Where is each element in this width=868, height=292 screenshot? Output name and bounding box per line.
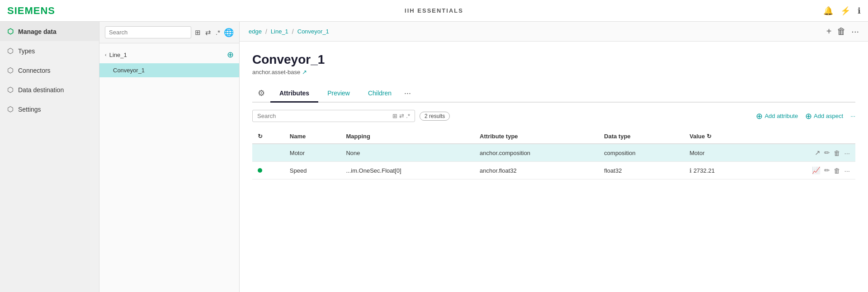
tree-search-bar: ⊞ ⇄ .* 🌐 [99, 22, 239, 43]
col-sync: ↻ [252, 129, 284, 144]
col-mapping: Mapping [340, 129, 474, 144]
tree-node-line1[interactable]: ‹ Line_1 ⊕ [99, 46, 239, 63]
siemens-logo: SIEMENS [7, 5, 55, 17]
delete-speed-button[interactable]: 🗑 [834, 167, 840, 174]
tab-preview[interactable]: Preview [318, 85, 359, 103]
sidebar-item-manage-data[interactable]: ⬡ Manage data [0, 22, 99, 41]
value-speed-text: 2732.21 [693, 167, 715, 174]
table-header-row: ↻ Name Mapping Attribute type Data type [252, 129, 855, 144]
tab-children[interactable]: Children [359, 85, 401, 103]
edit-motor-button[interactable]: ✏ [824, 149, 830, 157]
asset-title: Conveyor_1 [252, 52, 855, 67]
delete-motor-button[interactable]: 🗑 [834, 149, 840, 157]
sidebar-item-label-types: Types [18, 47, 35, 55]
sidebar-item-data-destination[interactable]: ⬡ Data destination [0, 80, 99, 99]
add-attribute-plus-icon: ⊕ [756, 111, 763, 121]
notification-icon[interactable]: 🔔 [823, 6, 833, 16]
tree-panel: ⊞ ⇄ .* 🌐 ‹ Line_1 ⊕ Conveyor_1 [99, 22, 240, 292]
sidebar: ⬡ Manage data ⬡ Types ⬡ Connectors ⬡ Dat… [0, 22, 99, 292]
col-actions [757, 129, 855, 144]
sidebar-item-connectors[interactable]: ⬡ Connectors [0, 61, 99, 80]
globe-icon[interactable]: 🌐 [224, 28, 234, 38]
tree-node-label-line1: Line_1 [109, 52, 127, 58]
data-destination-icon: ⬡ [7, 85, 14, 94]
sidebar-item-label-manage-data: Manage data [18, 28, 57, 35]
attr-search-wrap: ⊞ ⇄ .* [252, 110, 415, 122]
attributes-search-bar: ⊞ ⇄ .* 2 results ⊕ Add attribute ⊕ Add a… [252, 110, 855, 122]
tab-gear-icon[interactable]: ⚙ [252, 85, 270, 102]
main-content: edge / Line_1 / Conveyor_1 + 🗑 ··· Conve… [240, 22, 868, 292]
settings-icon: ⬡ [7, 105, 14, 113]
row-data-type-motor: composition [599, 144, 684, 162]
attr-more-button[interactable]: ··· [850, 113, 855, 119]
sidebar-item-settings[interactable]: ⬡ Settings [0, 99, 99, 119]
row-actions-wrap-speed: 📈 ✏ 🗑 ··· [762, 166, 850, 174]
row-name-speed: Speed [284, 162, 341, 179]
row-mapping-speed: ...im.OneSec.Float[0] [340, 162, 474, 179]
add-aspect-plus-icon: ⊕ [805, 111, 812, 121]
breadcrumb-line1[interactable]: Line_1 [271, 28, 288, 35]
attributes-table: ↻ Name Mapping Attribute type Data type [252, 129, 855, 179]
value-sort-icon: ↻ [707, 133, 712, 140]
row-data-type-speed: float32 [599, 162, 684, 179]
attr-search-icons: ⊞ ⇄ .* [392, 113, 410, 119]
add-child-button[interactable]: ⊕ [227, 50, 234, 60]
delete-asset-button[interactable]: 🗑 [837, 26, 846, 37]
table-row: Motor None anchor.composition compositio… [252, 144, 855, 162]
more-speed-button[interactable]: ··· [844, 167, 850, 174]
attr-search-input[interactable] [257, 113, 392, 119]
types-icon: ⬡ [7, 47, 14, 55]
status-dot-green [258, 168, 262, 173]
row-actions-speed: 📈 ✏ 🗑 ··· [757, 162, 855, 179]
lightning-icon[interactable]: ⚡ [840, 6, 850, 16]
row-value-speed: ℹ 2732.21 [684, 162, 757, 179]
tree-node-label-conveyor1: Conveyor_1 [113, 67, 145, 74]
manage-data-icon: ⬡ [7, 27, 14, 36]
sync-icon: ↻ [258, 133, 263, 140]
tree-filter-button[interactable]: ⊞ [194, 28, 202, 38]
sidebar-item-types[interactable]: ⬡ Types [0, 41, 99, 61]
col-data-type: Data type [599, 129, 684, 144]
sidebar-item-label-data-destination: Data destination [18, 86, 64, 94]
row-mapping-motor: None [340, 144, 474, 162]
breadcrumb-edge[interactable]: edge [249, 28, 262, 35]
info-icon[interactable]: ℹ [858, 6, 861, 16]
row-actions-wrap-motor: ↗ ✏ 🗑 ··· [762, 149, 850, 157]
col-name: Name [284, 129, 341, 144]
attr-more-label: ··· [850, 113, 855, 119]
table-row: Speed ...im.OneSec.Float[0] anchor.float… [252, 162, 855, 179]
more-motor-button[interactable]: ··· [844, 149, 850, 157]
tree-regex-button[interactable]: .* [215, 28, 221, 37]
col-value: Value ↻ [684, 129, 757, 144]
add-asset-button[interactable]: + [826, 26, 832, 37]
breadcrumb-bar: edge / Line_1 / Conveyor_1 + 🗑 ··· [240, 22, 868, 42]
add-aspect-label: Add aspect [814, 113, 843, 119]
open-motor-button[interactable]: ↗ [815, 149, 821, 157]
sidebar-item-label-connectors: Connectors [18, 67, 51, 74]
sidebar-item-label-settings: Settings [18, 106, 41, 113]
connectors-icon: ⬡ [7, 66, 14, 75]
col-attribute-type: Attribute type [474, 129, 599, 144]
tab-attributes[interactable]: Attributes [270, 85, 318, 103]
chevron-down-icon: ‹ [105, 52, 107, 57]
row-value-motor: Motor [684, 144, 757, 162]
edit-speed-button[interactable]: ✏ [824, 166, 830, 174]
header-icons: 🔔 ⚡ ℹ [823, 6, 861, 16]
value-info-icon: ℹ [689, 167, 692, 174]
chart-speed-button[interactable]: 📈 [812, 166, 821, 174]
tree-search-input[interactable] [105, 26, 191, 38]
row-attr-type-speed: anchor.float32 [474, 162, 599, 179]
add-attribute-button[interactable]: ⊕ Add attribute [756, 111, 798, 121]
tree-node-conveyor1[interactable]: Conveyor_1 [99, 63, 239, 77]
asset-subtitle: anchor.asset-base ↗ [252, 69, 855, 75]
more-options-button[interactable]: ··· [851, 26, 859, 37]
breadcrumb-sep-1: / [265, 28, 267, 35]
row-status-motor [252, 144, 284, 162]
tree-expand-button[interactable]: ⇄ [204, 28, 212, 38]
attr-actions: ⊕ Add attribute ⊕ Add aspect ··· [756, 111, 855, 121]
add-aspect-button[interactable]: ⊕ Add aspect [805, 111, 843, 121]
breadcrumb-conveyor1[interactable]: Conveyor_1 [297, 28, 329, 35]
external-link-icon[interactable]: ↗ [302, 69, 307, 75]
tab-more[interactable]: ··· [401, 85, 415, 102]
row-attr-type-motor: anchor.composition [474, 144, 599, 162]
